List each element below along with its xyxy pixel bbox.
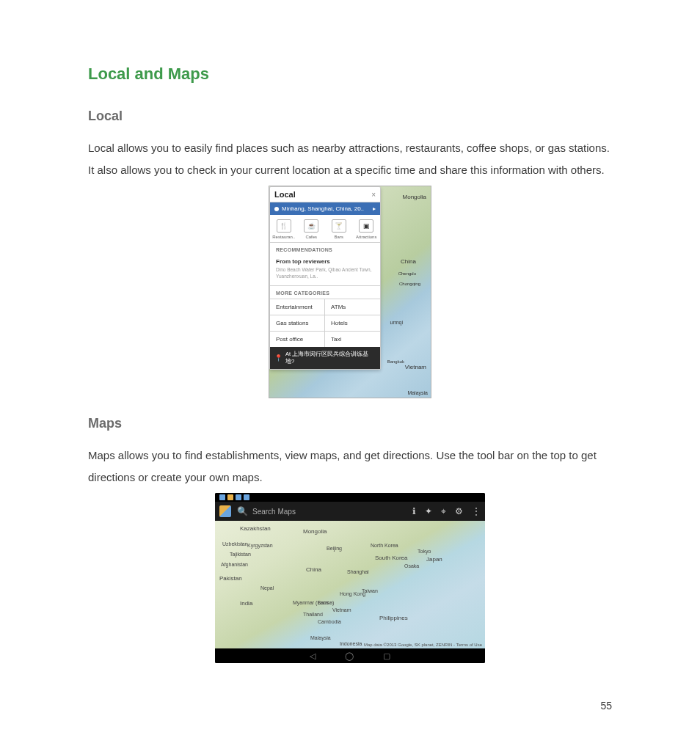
map-label-tokyo: Tokyo [418,549,431,554]
section-heading-maps: Maps [88,416,612,431]
bars-icon: 🍸 [332,219,346,233]
recommendations-heading: RECOMMENDATIONS [270,243,380,255]
maps-app-icon[interactable] [219,505,231,517]
more-category-entertainment[interactable]: Entertainment [270,299,325,315]
local-panel-header: Local × [270,187,380,202]
map-label-bangkok: Bangkok [387,359,404,364]
category-restaurants[interactable]: 🍴 Restauran.. [270,215,298,242]
map-label-urmqi: urmqi [390,320,403,325]
map-label-thailand: Thailand [303,612,323,617]
status-bar [215,493,485,502]
category-cafes[interactable]: ☕ Cafes [298,215,326,242]
section-body-local: Local allows you to easily find places s… [88,137,612,181]
recommendation-title: From top reviewers [276,258,374,265]
recent-apps-icon[interactable]: ▢ [383,651,390,661]
figure-maps: 🔍 Search Maps ℹ ✦ ⌖ ⚙ ⋮ Kazakhstan Mongo… [88,489,612,663]
search-placeholder: Search Maps [252,508,296,516]
status-icon [219,494,225,500]
status-icon [227,494,233,500]
map-label-hongkong: Hong Kong [340,591,365,596]
map-label-china: China [401,258,416,265]
map-label-chengdu: Chengdu [398,271,416,276]
map-label-beijing: Beijing [327,546,342,551]
status-icon [244,494,249,500]
map-label-chongqing: Chongqing [399,282,420,286]
checkin-footer[interactable]: 📍 At 上海市闵行区民兵综合训练基地? [270,347,380,369]
map-label-malaysia: Malaysia [310,635,331,640]
category-row: 🍴 Restauran.. ☕ Cafes 🍸 Bars ▣ Attractio… [270,215,380,243]
status-icon [236,494,241,500]
maps-toolbar: 🔍 Search Maps ℹ ✦ ⌖ ⚙ ⋮ [215,502,485,521]
map-label-tajikistan: Tajikistan [230,552,251,557]
my-location-icon[interactable]: ⌖ [441,506,446,516]
category-bars[interactable]: 🍸 Bars [325,215,353,242]
category-label: Restauran.. [272,235,295,239]
more-categories-grid: Entertainment ATMs Gas stations Hotels P… [270,299,380,347]
document-page: Local and Maps Local Local allows you to… [0,0,700,735]
map-label-north-korea: North Korea [371,543,398,548]
restaurants-icon: 🍴 [277,219,291,233]
more-category-atms[interactable]: ATMs [325,299,380,315]
home-icon[interactable]: ◯ [345,651,354,661]
map-label-kyrgyzstan: Kyrgyzstan [247,543,273,548]
page-number: 55 [600,700,612,712]
section-body-maps: Maps allows you to find establishments, … [88,445,612,489]
map-label-malaysia: Malaysia [407,390,428,395]
page-title: Local and Maps [88,65,612,84]
map-label-indonesia: Indonesia [340,641,362,646]
search-icon: 🔍 [237,506,248,516]
map-label-laos: Laos [318,600,329,605]
map-label-south-korea: South Korea [375,555,407,561]
figure-local: Mongolia China Chengdu Chongqing urmqi B… [88,181,612,398]
map-label-vietnam: Vietnam [405,364,426,370]
search-field[interactable]: 🔍 Search Maps [237,506,406,516]
map-label-nepal: Nepal [260,585,274,590]
checkin-text: At 上海市闵行区民兵综合训练基地? [285,351,376,365]
map-label-mongolia: Mongolia [403,194,426,200]
map-label-japan: Japan [426,556,442,563]
attractions-icon: ▣ [359,219,373,233]
map-label-vietnam: Vietnam [332,607,351,612]
map-label-philippines: Philippines [379,615,408,621]
more-category-post-office[interactable]: Post office [270,331,325,347]
recommendation-subtitle: Dino Beach Water Park, Qibao Ancient Tow… [276,266,374,279]
maps-screenshot: 🔍 Search Maps ℹ ✦ ⌖ ⚙ ⋮ Kazakhstan Mongo… [215,493,485,663]
map-label-india: India [240,600,252,607]
map-label-china: China [306,566,321,573]
toolbar-icons: ℹ ✦ ⌖ ⚙ ⋮ [412,506,481,516]
category-label: Attractions [356,235,376,239]
category-label: Cafes [305,235,317,239]
local-panel: Local × Minhang, Shanghai, China, 20.. ▸… [269,186,381,370]
local-panel-title: Local [274,190,296,199]
category-label: Bars [335,235,343,239]
map-label-cambodia: Cambodia [318,619,341,624]
pin-icon: 📍 [274,354,282,362]
layers-icon[interactable]: ✦ [425,506,432,516]
map-label-uzbekistan: Uzbekistan [222,541,248,546]
device-nav-bar: ◁ ◯ ▢ [215,648,485,663]
local-screenshot: Mongolia China Chengdu Chongqing urmqi B… [269,186,431,398]
map-viewport[interactable]: Kazakhstan Mongolia Uzbekistan Kyrgyzsta… [215,521,485,648]
cafes-icon: ☕ [304,219,318,233]
more-category-taxi[interactable]: Taxi [325,331,380,347]
map-attribution: Map data ©2013 Google, SK planet, ZENRIN… [364,643,482,647]
location-row[interactable]: Minhang, Shanghai, China, 20.. ▸ [270,202,380,215]
chevron-right-icon: ▸ [373,205,376,212]
info-icon[interactable]: ℹ [412,506,416,516]
category-attractions[interactable]: ▣ Attractions [353,215,381,242]
more-categories-heading: MORE CATEGORIES [270,286,380,299]
more-category-hotels[interactable]: Hotels [325,315,380,331]
map-label-afghanistan: Afghanistan [221,562,248,567]
recommendation-item[interactable]: From top reviewers Dino Beach Water Park… [270,255,380,286]
map-label-osaka: Osaka [404,563,419,568]
map-label-shanghai: Shanghai [347,569,369,574]
overflow-menu-icon[interactable]: ⋮ [472,506,481,516]
map-label-pakistan: Pakistan [219,575,242,582]
close-icon[interactable]: × [371,191,376,199]
more-category-gas-stations[interactable]: Gas stations [270,315,325,331]
settings-icon[interactable]: ⚙ [455,506,463,516]
section-heading-local: Local [88,109,612,124]
location-dot-icon [274,207,279,211]
back-icon[interactable]: ◁ [310,651,316,661]
map-label-mongolia: Mongolia [303,528,327,535]
